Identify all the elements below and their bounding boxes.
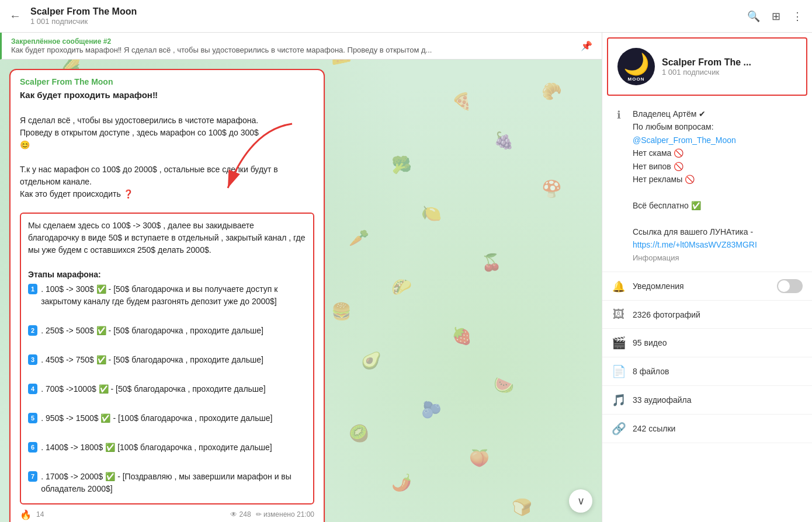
step-4: 4 . 700$ ->1000$ ✅ - [50$ благодарочка ,… xyxy=(28,383,306,395)
chevron-down-icon: ∨ xyxy=(577,495,585,507)
info-owner-section: ℹ Владелец Артём ✔ По любым вопросам: @S… xyxy=(602,100,812,272)
pinned-text: Как будет проходить марафон‼ Я сделал вс… xyxy=(11,46,576,54)
videos-icon: 🎬 xyxy=(612,336,626,350)
back-button[interactable]: ← xyxy=(9,9,21,23)
edit-text: ✏ изменено 21:00 xyxy=(256,510,314,518)
no-vips: Нет випов 🚫 xyxy=(633,160,803,173)
chat-messages: Scalper From The Moon Как будет проходит… xyxy=(0,60,602,522)
notifications-section: 🔔 Уведомления xyxy=(602,272,812,301)
step-2: 2 . 250$ -> 500$ ✅ - [50$ благодарочка ,… xyxy=(28,325,306,337)
main-layout: 🌽 🍊 🧀 🍕 🍎 🥦 🍇 🍋 🥕 🍒 🌮 🍔 🍓 🥑 🍉 🫐 🥝 🍑 🌶 xyxy=(0,33,812,522)
moon-label: MOON xyxy=(628,76,645,82)
channel-name-info: Scalper From The ... 1 001 подписчик xyxy=(662,57,797,76)
videos-stat[interactable]: 🎬 95 видео xyxy=(602,329,812,357)
links-icon: 🔗 xyxy=(612,422,626,436)
channel-info-header: 🌙 MOON Scalper From The ... 1 001 подпис… xyxy=(607,37,807,96)
view-count: 👁 248 xyxy=(230,510,251,518)
channel-name: Scalper From The ... xyxy=(662,57,797,68)
links-label: 242 ссылки xyxy=(633,424,675,433)
files-label: 8 файлов xyxy=(633,367,669,376)
likes-count: 14 xyxy=(36,510,44,518)
fire-emoji: 🔥 xyxy=(20,509,32,520)
step-3: 3 . 450$ -> 750$ ✅ - [50$ благодарочка ,… xyxy=(28,354,306,366)
info-label: Информация xyxy=(633,253,679,262)
channel-avatar: 🌙 MOON xyxy=(617,48,655,85)
header-info: Scalper From The Moon 1 001 подписчик xyxy=(30,6,740,26)
photos-icon: 🖼 xyxy=(612,308,626,321)
notifications-content: Уведомления xyxy=(633,279,803,293)
files-icon: 📄 xyxy=(612,364,626,378)
audio-stat[interactable]: 🎵 33 аудиофайла xyxy=(602,386,812,415)
channel-subs: 1 001 подписчик xyxy=(662,68,797,76)
owner-line2: По любым вопросам: xyxy=(633,120,803,133)
toggle-knob xyxy=(778,280,790,292)
info-owner-content: Владелец Артём ✔ По любым вопросам: @Sca… xyxy=(633,107,803,265)
pinned-label: Закреплённое сообщение #2 xyxy=(11,37,576,46)
no-scam: Нет скама 🚫 xyxy=(633,147,803,159)
message-text: Как будет проходить марафон‼ Я сделал вс… xyxy=(20,89,314,504)
message-sender: Scalper From The Moon xyxy=(20,77,314,86)
more-icon[interactable]: ⋮ xyxy=(792,10,803,23)
app-header: ← Scalper From The Moon 1 001 подписчик … xyxy=(0,0,812,33)
header-subtitle: 1 001 подписчик xyxy=(30,17,740,26)
owner-link[interactable]: @Scalper_From_The_Moon xyxy=(633,135,736,145)
search-icon[interactable]: 🔍 xyxy=(747,10,760,23)
no-ads: Нет рекламы 🚫 xyxy=(633,173,803,186)
photos-stat[interactable]: 🖼 2326 фотографий xyxy=(602,301,812,329)
bell-icon: 🔔 xyxy=(612,280,626,293)
step-6: 6 . 1400$ -> 1800$ ✅ [100$ благодарочка … xyxy=(28,441,306,454)
channel-link[interactable]: https://t.me/+lt0MsasWVZ83MGRI xyxy=(633,240,757,249)
notifications-toggle[interactable] xyxy=(777,279,803,293)
notifications-toggle-container: Уведомления xyxy=(633,279,803,293)
scroll-down-button[interactable]: ∨ xyxy=(569,489,592,513)
free-label: Всё бесплатно ✅ xyxy=(633,199,803,212)
header-title: Scalper From The Moon xyxy=(30,6,740,17)
message-meta: 🔥 14 👁 248 ✏ изменено 21:00 xyxy=(20,509,314,520)
step-7: 7 . 1700$ -> 2000$ ✅ - [Поздравляю , мы … xyxy=(28,471,306,495)
audio-label: 33 аудиофайла xyxy=(633,395,691,405)
step-1: 1 . 100$ -> 300$ ✅ - [50$ благодарочка и… xyxy=(28,283,306,308)
info-icon: ℹ xyxy=(612,109,626,121)
audio-icon: 🎵 xyxy=(612,393,626,407)
pin-icon: 📌 xyxy=(581,40,592,51)
pinned-bar[interactable]: Закреплённое сообщение #2 Как будет прох… xyxy=(0,33,602,60)
videos-label: 95 видео xyxy=(633,338,667,347)
links-stat[interactable]: 🔗 242 ссылки xyxy=(602,415,812,443)
message-bubble: Scalper From The Moon Как будет проходит… xyxy=(9,69,325,522)
notifications-label: Уведомления xyxy=(633,280,684,293)
owner-line1: Владелец Артём ✔ xyxy=(633,107,803,120)
photos-label: 2326 фотографий xyxy=(633,310,700,319)
layout-icon[interactable]: ⊞ xyxy=(772,10,780,23)
right-panel: 🌙 MOON Scalper From The ... 1 001 подпис… xyxy=(602,33,812,522)
moon-emoji: 🌙 xyxy=(623,52,650,76)
link-label: Ссылка для вашего ЛУНАтика - xyxy=(633,225,803,238)
files-stat[interactable]: 📄 8 файлов xyxy=(602,357,812,386)
chat-area: 🌽 🍊 🧀 🍕 🍎 🥦 🍇 🍋 🥕 🍒 🌮 🍔 🍓 🥑 🍉 🫐 🥝 🍑 🌶 xyxy=(0,33,602,522)
step-5: 5 . 950$ -> 1500$ ✅ - [100$ благодарочка… xyxy=(28,412,306,424)
header-actions: 🔍 ⊞ ⋮ xyxy=(747,10,803,23)
